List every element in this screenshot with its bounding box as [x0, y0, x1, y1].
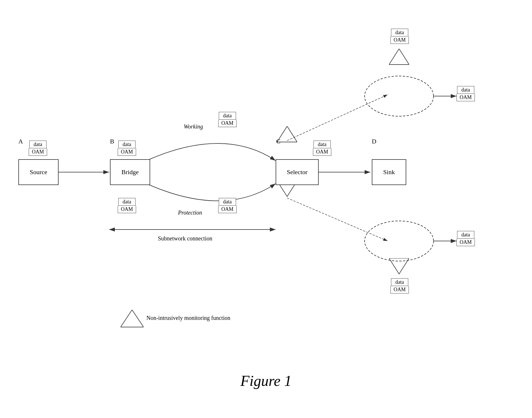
bottom-data-box: data OAM [390, 278, 409, 293]
bridge-prot-data-label: data [118, 198, 136, 206]
label-b: B [110, 138, 114, 145]
top-data-box: data OAM [390, 29, 409, 44]
legend-text: Non-intrusively monitoring function [146, 315, 230, 321]
svg-marker-17 [121, 310, 144, 327]
protection-mid-data-box: data OAM [218, 198, 237, 213]
label-a: A [18, 138, 23, 145]
svg-point-7 [365, 76, 434, 116]
selector-data-label: data [314, 141, 331, 148]
bridge-prot-oam-label: OAM [118, 206, 136, 213]
protection-label: Protection [178, 209, 202, 216]
diagram-svg [0, 0, 532, 418]
svg-line-11 [287, 198, 388, 241]
legend-triangle [121, 310, 144, 328]
source-data-label: data [29, 141, 47, 148]
source-box: Source [18, 159, 59, 185]
top-monitor-triangle [389, 49, 409, 66]
label-c: C [276, 138, 280, 145]
svg-point-10 [365, 221, 434, 261]
svg-line-8 [287, 95, 388, 141]
working-mid-data-box: data OAM [218, 112, 237, 127]
svg-marker-15 [389, 49, 409, 65]
svg-marker-16 [389, 258, 409, 274]
label-d: D [372, 138, 376, 145]
bridge-data-label: data [118, 141, 136, 148]
selector-oam-label: OAM [313, 148, 331, 156]
bottom-monitor-triangle [389, 258, 409, 275]
protection-mid-data: data [219, 198, 236, 206]
figure-title: Figure 1 [0, 372, 532, 389]
sink-box: Sink [372, 159, 406, 185]
upper-right-data-box: data OAM [456, 86, 475, 101]
selector-box: Selector [276, 159, 319, 185]
bridge-prot-data-box: data OAM [118, 198, 136, 213]
source-data-box: data OAM [29, 141, 47, 156]
bridge-box: Bridge [110, 159, 150, 185]
working-label: Working [184, 123, 203, 130]
selector-data-box: data OAM [313, 141, 331, 156]
working-mid-data: data [219, 112, 236, 120]
source-oam-label: OAM [29, 148, 47, 156]
working-mid-oam: OAM [218, 120, 237, 127]
subnetwork-label: Subnetwork connection [158, 235, 212, 242]
bridge-data-box: data OAM [118, 141, 136, 156]
protection-mid-oam: OAM [218, 206, 237, 213]
lower-right-data-box: data OAM [456, 231, 475, 246]
bridge-oam-label: OAM [118, 148, 136, 156]
diagram-container: A data OAM Source B data OAM Bridge data… [0, 0, 532, 418]
